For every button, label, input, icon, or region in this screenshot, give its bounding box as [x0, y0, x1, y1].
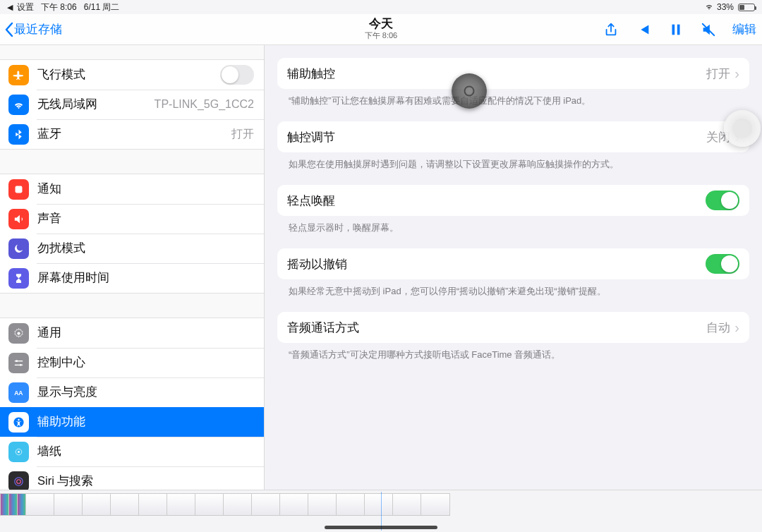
bluetooth-icon: [8, 124, 29, 145]
footer-assistive-touch: “辅助触控”可让您在触摸屏幕有困难或需要自适应配件的情况下使用 iPad。: [277, 95, 749, 121]
notifications-icon: [8, 179, 29, 200]
cell-label: 摇动以撤销: [287, 256, 347, 272]
cell-assistive-touch[interactable]: 辅助触控 打开 ›: [277, 58, 749, 89]
cell-label: 音频通话方式: [287, 320, 359, 336]
svg-point-4: [17, 332, 20, 334]
edit-button[interactable]: 编辑: [732, 21, 756, 37]
footer-tap-to-wake: 轻点显示器时，唤醒屏幕。: [277, 222, 749, 248]
cell-label: 轻点唤醒: [287, 193, 335, 209]
cell-value: 打开: [706, 66, 730, 82]
pause-button[interactable]: [667, 21, 684, 38]
cell-call-audio[interactable]: 音频通话方式 自动 ›: [277, 312, 749, 343]
chevron-right-icon: ›: [734, 320, 739, 334]
sidebar-item-airplane[interactable]: 飞行模式: [0, 60, 264, 90]
sidebar-item-notifications[interactable]: 通知: [0, 174, 264, 204]
previous-button[interactable]: [635, 21, 652, 38]
nav-back-label: 最近存储: [14, 21, 62, 37]
display-icon: AA: [8, 382, 29, 403]
home-indicator[interactable]: [325, 526, 437, 529]
svg-rect-1: [677, 24, 680, 35]
bluetooth-status-value: 打开: [231, 127, 254, 142]
svg-point-11: [18, 418, 19, 420]
mute-button[interactable]: [700, 21, 717, 38]
sidebar-item-label: 飞行模式: [37, 67, 85, 83]
status-back-to-app[interactable]: ◀ 设置 下午 8:06 6/11 周二: [7, 1, 119, 13]
sidebar-item-label: 屏幕使用时间: [37, 270, 109, 286]
sounds-icon: [8, 209, 29, 229]
share-button[interactable]: [603, 21, 619, 38]
svg-point-15: [17, 479, 21, 483]
chevron-left-icon: ◀: [7, 3, 13, 12]
status-back-app-label: 设置: [17, 1, 34, 13]
battery-percent-label: 33%: [717, 2, 734, 12]
nav-title: 今天: [365, 18, 397, 30]
siri-icon: [8, 471, 29, 490]
footer-call-audio: “音频通话方式”可决定用哪种方式接听电话或 FaceTime 音频通话。: [277, 349, 749, 375]
sidebar-item-siri[interactable]: Siri 与搜索: [0, 466, 264, 490]
status-bar: ◀ 设置 下午 8:06 6/11 周二 33%: [0, 0, 762, 14]
chevron-right-icon: ›: [734, 66, 739, 80]
sliders-icon: [8, 353, 29, 373]
current-screenshot-marker: [381, 492, 382, 531]
sidebar-item-general[interactable]: 通用: [0, 318, 264, 348]
sidebar-item-accessibility[interactable]: 辅助功能: [0, 407, 264, 437]
cell-touch-accommodations[interactable]: 触控调节 关闭 ›: [277, 121, 749, 152]
cell-tap-to-wake: 轻点唤醒: [277, 185, 749, 216]
sidebar-item-label: 勿扰模式: [37, 241, 85, 256]
status-date-label: 6/11 周二: [84, 1, 120, 13]
sidebar-item-dnd[interactable]: 勿扰模式: [0, 234, 264, 263]
svg-rect-0: [672, 24, 675, 35]
wifi-icon: [704, 1, 714, 13]
sidebar-item-label: 蓝牙: [37, 126, 61, 142]
svg-text:AA: AA: [14, 389, 23, 397]
sidebar-item-wifi[interactable]: 无线局域网 TP-LINK_5G_1CC2: [0, 90, 264, 119]
gear-icon: [8, 323, 29, 344]
nav-title-area: 今天 下午 8:06: [365, 18, 397, 41]
cell-label: 触控调节: [287, 129, 335, 145]
chevron-left-icon: [4, 22, 14, 37]
svg-point-14: [15, 477, 23, 485]
sidebar-item-label: 墙纸: [37, 444, 61, 459]
status-time-label: 下午 8:06: [41, 1, 77, 13]
sidebar-item-sounds[interactable]: 声音: [0, 204, 264, 234]
detail-panel: 辅助触控 打开 › “辅助触控”可让您在触摸屏幕有困难或需要自适应配件的情况下使…: [265, 45, 762, 490]
footer-shake-to-undo: 如果经常无意中摇动到 iPad，您可以停用“摇动以撤销”来避免出现“撤销”提醒。: [277, 285, 749, 312]
sidebar-item-label: 无线局域网: [37, 97, 97, 112]
sidebar-group-connectivity: 飞行模式 无线局域网 TP-LINK_5G_1CC2 蓝牙 打开: [0, 59, 264, 150]
nav-back-button[interactable]: 最近存储: [4, 21, 62, 37]
hourglass-icon: [8, 268, 29, 289]
tap-to-wake-toggle[interactable]: [706, 191, 739, 210]
shake-to-undo-toggle[interactable]: [706, 254, 739, 274]
assistivetouch-edge-button[interactable]: [724, 110, 761, 147]
accessibility-icon: [8, 412, 29, 433]
sidebar-item-label: 通知: [37, 181, 61, 197]
sidebar-item-bluetooth[interactable]: 蓝牙 打开: [0, 119, 264, 149]
cell-value: 自动: [706, 320, 730, 336]
battery-icon: [738, 4, 755, 11]
settings-sidebar: 飞行模式 无线局域网 TP-LINK_5G_1CC2 蓝牙 打开: [0, 45, 265, 490]
sidebar-group-notifications: 通知 声音 勿扰模式 屏幕使用时间: [0, 174, 264, 294]
sidebar-item-label: Siri 与搜索: [37, 473, 93, 489]
footer-touch-accommodations: 如果您在使用触摸屏时遇到问题，请调整以下设置更改屏幕响应触摸操作的方式。: [277, 158, 749, 185]
sidebar-item-label: 显示与亮度: [37, 385, 97, 400]
wifi-icon: [8, 95, 29, 115]
sidebar-item-screentime[interactable]: 屏幕使用时间: [0, 263, 264, 293]
sidebar-item-label: 控制中心: [37, 355, 85, 370]
sidebar-item-controlcenter[interactable]: 控制中心: [0, 348, 264, 377]
sidebar-item-label: 辅助功能: [37, 414, 85, 430]
wallpaper-icon: [8, 442, 29, 462]
sidebar-item-wallpaper[interactable]: 墙纸: [0, 437, 264, 466]
airplane-icon: [8, 65, 29, 85]
svg-rect-3: [16, 186, 23, 193]
moon-icon: [8, 238, 29, 259]
svg-point-13: [18, 451, 20, 453]
sidebar-item-label: 声音: [37, 211, 61, 226]
nav-subtitle: 下午 8:06: [365, 30, 397, 41]
sidebar-group-general: 通用 控制中心 AA 显示与亮度 辅助功能: [0, 318, 264, 490]
sidebar-item-label: 通用: [37, 325, 61, 341]
assistivetouch-floating-button[interactable]: [452, 73, 487, 109]
cell-label: 辅助触控: [287, 66, 335, 82]
screenshot-thumbnail-strip[interactable]: [0, 490, 762, 532]
sidebar-item-display[interactable]: AA 显示与亮度: [0, 377, 264, 407]
airplane-toggle[interactable]: [220, 65, 254, 85]
